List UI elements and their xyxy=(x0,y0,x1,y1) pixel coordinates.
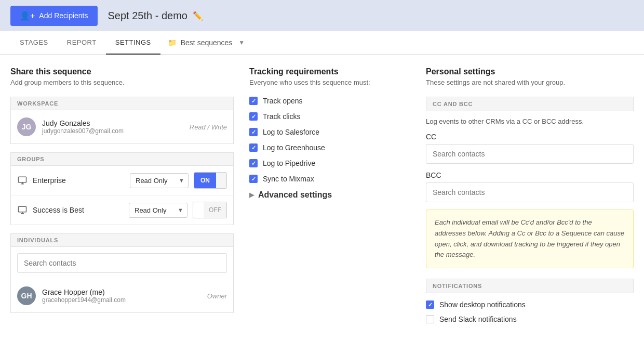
main-content: Share this sequence Add group members to… xyxy=(0,55,644,340)
cc-bcc-desc: Log events to other CRMs via a CC or BCC… xyxy=(426,117,634,125)
cc-search-input[interactable] xyxy=(426,144,634,164)
share-desc: Add group members to this sequence. xyxy=(10,79,234,86)
individuals-search-input[interactable] xyxy=(17,253,227,273)
chevron-right-icon: ▶ xyxy=(249,191,254,199)
advanced-settings-label: Advanced settings xyxy=(258,190,332,200)
tab-stages[interactable]: STAGES xyxy=(10,31,58,55)
personal-settings-desc: These settings are not shared with your … xyxy=(426,79,634,86)
permission-select-wrapper-enterprise: Read Only Read / Write ▼ xyxy=(130,173,189,188)
group-row-enterprise: Enterprise Read Only Read / Write ▼ ON xyxy=(11,166,233,195)
bcc-label: BCC xyxy=(426,171,634,179)
checkbox-sync-mixmax[interactable] xyxy=(249,175,258,183)
user-email-judy: judygonzales007@gmail.com xyxy=(42,127,190,135)
advanced-settings-toggle[interactable]: ▶ Advanced settings xyxy=(249,190,410,200)
tracking-item-greenhouse: Log to Greenhouse xyxy=(249,143,410,152)
toggle-on-success[interactable] xyxy=(193,202,204,218)
dropdown-arrow-icon: ▼ xyxy=(238,39,245,46)
toggle-off-success[interactable]: OFF xyxy=(204,202,226,218)
tracking-label-opens: Track opens xyxy=(263,97,303,105)
workspace-header: WORKSPACE xyxy=(10,97,234,110)
tracking-label-greenhouse: Log to Greenhouse xyxy=(263,143,325,152)
tracking-item-clicks: Track clicks xyxy=(249,112,410,121)
nav-tabs: STAGES REPORT SETTINGS 📁 Best sequences … xyxy=(0,31,644,55)
toggle-success[interactable]: OFF xyxy=(193,202,227,218)
user-role-judy: Read / Write xyxy=(190,123,227,131)
group-name-enterprise: Enterprise xyxy=(33,176,130,185)
user-info-grace: Grace Hopper (me) gracehopper1944@gmail.… xyxy=(42,288,207,304)
tracking-item-pipedrive: Log to Pipedrive xyxy=(249,159,410,167)
user-info-judy: Judy Gonzales judygonzales007@gmail.com xyxy=(42,119,190,135)
checkbox-log-salesforce[interactable] xyxy=(249,128,258,136)
group-icon-success xyxy=(17,205,28,215)
avatar-judy: JG xyxy=(17,117,36,136)
edit-icon[interactable]: ✏️ xyxy=(193,11,203,21)
svg-rect-1 xyxy=(19,206,26,212)
group-icon-enterprise xyxy=(17,175,28,186)
share-title: Share this sequence xyxy=(10,67,234,76)
tracking-item-opens: Track opens xyxy=(249,97,410,105)
checkbox-track-opens[interactable] xyxy=(249,97,258,105)
bcc-search-input[interactable] xyxy=(426,182,634,202)
individual-row-grace: GH Grace Hopper (me) gracehopper1944@gma… xyxy=(11,279,233,312)
tab-settings[interactable]: SETTINGS xyxy=(106,31,160,55)
checkbox-track-clicks[interactable] xyxy=(249,112,258,121)
user-email-grace: gracehopper1944@gmail.com xyxy=(42,296,207,304)
tab-best-sequences[interactable]: 📁 Best sequences ▼ xyxy=(160,31,252,54)
notification-label-desktop: Show desktop notifications xyxy=(439,300,526,309)
workspace-user-row: JG Judy Gonzales judygonzales007@gmail.c… xyxy=(11,110,233,143)
checkbox-desktop-notifications[interactable] xyxy=(426,300,434,309)
personal-settings-title: Personal settings xyxy=(426,67,634,76)
checkbox-slack-notifications[interactable] xyxy=(426,315,434,323)
group-row-success: Success is Best Read Only Read / Write ▼… xyxy=(11,195,233,225)
page-title: Sept 25th - demo ✏️ xyxy=(108,10,203,22)
individuals-header: INDIVIDUALS xyxy=(10,233,234,247)
folder-icon: 📁 xyxy=(168,38,177,47)
tracking-title: Tracking requirements xyxy=(249,67,410,76)
permission-select-wrapper-success: Read Only Read / Write ▼ xyxy=(129,203,187,218)
tracking-items-list: Track opens Track clicks Log to Salesfor… xyxy=(249,97,410,183)
add-person-icon: 👤+ xyxy=(20,11,35,21)
individuals-body: GH Grace Hopper (me) gracehopper1944@gma… xyxy=(10,247,234,313)
notification-item-desktop: Show desktop notifications xyxy=(426,300,634,309)
tracking-item-salesforce: Log to Salesforce xyxy=(249,128,410,136)
user-name-grace: Grace Hopper (me) xyxy=(42,288,207,296)
cc-bcc-header: CC AND BCC xyxy=(426,97,634,111)
tab-report[interactable]: REPORT xyxy=(58,31,106,55)
group-name-success: Success is Best xyxy=(33,206,129,214)
best-sequences-label: Best sequences xyxy=(181,38,233,47)
svg-rect-0 xyxy=(19,177,26,182)
individuals-section: INDIVIDUALS GH Grace Hopper (me) graceho… xyxy=(10,233,234,313)
header: 👤+ Add Recipients Sept 25th - demo ✏️ xyxy=(0,0,644,31)
tracking-label-mixmax: Sync to Mixmax xyxy=(263,175,314,183)
groups-section: GROUPS Enterprise Read Only Read / Write xyxy=(10,152,234,225)
cc-bcc-info-box: Each individual email will be Cc'd and/o… xyxy=(426,210,634,268)
title-text: Sept 25th - demo xyxy=(108,10,187,22)
checkbox-log-greenhouse[interactable] xyxy=(249,143,258,152)
user-role-grace: Owner xyxy=(207,292,227,300)
tracking-label-clicks: Track clicks xyxy=(263,112,301,121)
toggle-on-enterprise[interactable]: ON xyxy=(194,173,216,188)
workspace-box: JG Judy Gonzales judygonzales007@gmail.c… xyxy=(10,110,234,144)
checkbox-log-pipedrive[interactable] xyxy=(249,159,258,167)
tracking-label-pipedrive: Log to Pipedrive xyxy=(263,159,315,167)
tracking-desc: Everyone who uses this sequence must: xyxy=(249,79,410,86)
toggle-enterprise[interactable]: ON xyxy=(194,172,227,189)
individuals-search-wrapper xyxy=(11,247,233,279)
notification-label-slack: Send Slack notifications xyxy=(439,315,517,323)
tracking-section: Tracking requirements Everyone who uses … xyxy=(249,67,426,330)
toggle-off-enterprise[interactable] xyxy=(216,173,226,188)
personal-section: Personal settings These settings are not… xyxy=(426,67,634,330)
notifications-header: NOTIFICATIONS xyxy=(426,279,634,293)
notification-item-slack: Send Slack notifications xyxy=(426,315,634,323)
add-recipients-label: Add Recipients xyxy=(39,11,88,20)
avatar-grace: GH xyxy=(17,286,36,305)
permission-select-enterprise[interactable]: Read Only Read / Write xyxy=(130,173,189,188)
tracking-item-mixmax: Sync to Mixmax xyxy=(249,175,410,183)
groups-box: Enterprise Read Only Read / Write ▼ ON xyxy=(10,166,234,225)
user-name-judy: Judy Gonzales xyxy=(42,119,190,127)
permission-select-success[interactable]: Read Only Read / Write xyxy=(129,203,187,218)
add-recipients-button[interactable]: 👤+ Add Recipients xyxy=(10,6,98,26)
cc-label: CC xyxy=(426,133,634,141)
groups-header: GROUPS xyxy=(10,152,234,166)
tracking-label-salesforce: Log to Salesforce xyxy=(263,128,319,136)
